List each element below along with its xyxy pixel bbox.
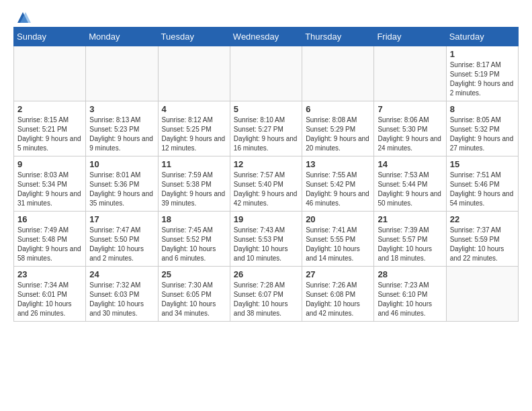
day-info: Sunrise: 8:12 AM Sunset: 5:25 PM Dayligh…: [162, 116, 226, 153]
weekday-header-sunday: Sunday: [14, 28, 86, 46]
day-info: Sunrise: 8:05 AM Sunset: 5:32 PM Dayligh…: [450, 116, 515, 153]
calendar-table: SundayMondayTuesdayWednesdayThursdayFrid…: [13, 27, 519, 322]
day-number: 25: [162, 269, 226, 279]
day-cell: [230, 46, 302, 101]
day-number: 8: [450, 104, 515, 114]
week-row-3: 16Sunrise: 7:49 AM Sunset: 5:48 PM Dayli…: [14, 212, 519, 267]
day-number: 10: [89, 159, 154, 169]
day-info: Sunrise: 7:41 AM Sunset: 5:55 PM Dayligh…: [306, 226, 370, 263]
week-row-1: 2Sunrise: 8:15 AM Sunset: 5:21 PM Daylig…: [14, 101, 519, 156]
day-info: Sunrise: 8:06 AM Sunset: 5:30 PM Dayligh…: [378, 116, 442, 153]
day-info: Sunrise: 7:30 AM Sunset: 6:05 PM Dayligh…: [162, 281, 226, 318]
day-cell: 4Sunrise: 8:12 AM Sunset: 5:25 PM Daylig…: [158, 101, 230, 156]
day-cell: [86, 46, 158, 101]
day-number: 12: [234, 159, 298, 169]
weekday-header-thursday: Thursday: [302, 28, 374, 46]
day-info: Sunrise: 7:47 AM Sunset: 5:50 PM Dayligh…: [89, 226, 154, 263]
day-number: 26: [234, 269, 298, 279]
day-number: 6: [306, 104, 370, 114]
day-info: Sunrise: 8:03 AM Sunset: 5:34 PM Dayligh…: [17, 171, 82, 208]
day-info: Sunrise: 8:08 AM Sunset: 5:29 PM Dayligh…: [306, 116, 370, 153]
day-number: 22: [450, 214, 515, 224]
day-number: 14: [378, 159, 442, 169]
day-cell: 15Sunrise: 7:51 AM Sunset: 5:46 PM Dayli…: [446, 156, 518, 212]
logo-icon: [15, 11, 31, 24]
day-info: Sunrise: 7:49 AM Sunset: 5:48 PM Dayligh…: [17, 226, 82, 263]
day-cell: 16Sunrise: 7:49 AM Sunset: 5:48 PM Dayli…: [14, 212, 86, 267]
day-cell: 27Sunrise: 7:26 AM Sunset: 6:08 PM Dayli…: [302, 267, 374, 322]
day-number: 15: [450, 159, 515, 169]
day-number: 21: [378, 214, 442, 224]
day-info: Sunrise: 7:43 AM Sunset: 5:53 PM Dayligh…: [234, 226, 298, 263]
day-cell: [158, 46, 230, 101]
weekday-header-row: SundayMondayTuesdayWednesdayThursdayFrid…: [14, 28, 519, 46]
day-number: 20: [306, 214, 370, 224]
day-number: 2: [17, 104, 82, 114]
day-cell: 13Sunrise: 7:55 AM Sunset: 5:42 PM Dayli…: [302, 156, 374, 212]
day-cell: [302, 46, 374, 101]
day-cell: 5Sunrise: 8:10 AM Sunset: 5:27 PM Daylig…: [230, 101, 302, 156]
day-number: 24: [89, 269, 154, 279]
day-info: Sunrise: 7:45 AM Sunset: 5:52 PM Dayligh…: [162, 226, 226, 263]
week-row-2: 9Sunrise: 8:03 AM Sunset: 5:34 PM Daylig…: [14, 156, 519, 212]
day-number: 18: [162, 214, 226, 224]
day-number: 13: [306, 159, 370, 169]
day-info: Sunrise: 7:59 AM Sunset: 5:38 PM Dayligh…: [162, 171, 226, 208]
day-cell: 18Sunrise: 7:45 AM Sunset: 5:52 PM Dayli…: [158, 212, 230, 267]
day-cell: 8Sunrise: 8:05 AM Sunset: 5:32 PM Daylig…: [446, 101, 518, 156]
day-cell: 23Sunrise: 7:34 AM Sunset: 6:01 PM Dayli…: [14, 267, 86, 322]
day-info: Sunrise: 8:01 AM Sunset: 5:36 PM Dayligh…: [89, 171, 154, 208]
page-container: SundayMondayTuesdayWednesdayThursdayFrid…: [0, 0, 532, 332]
day-number: 23: [17, 269, 82, 279]
day-info: Sunrise: 8:17 AM Sunset: 5:19 PM Dayligh…: [450, 60, 515, 98]
day-number: 16: [17, 214, 82, 224]
day-cell: 26Sunrise: 7:28 AM Sunset: 6:07 PM Dayli…: [230, 267, 302, 322]
day-cell: 21Sunrise: 7:39 AM Sunset: 5:57 PM Dayli…: [374, 212, 446, 267]
day-cell: 20Sunrise: 7:41 AM Sunset: 5:55 PM Dayli…: [302, 212, 374, 267]
day-cell: 3Sunrise: 8:13 AM Sunset: 5:23 PM Daylig…: [86, 101, 158, 156]
day-number: 3: [89, 104, 154, 114]
day-info: Sunrise: 7:39 AM Sunset: 5:57 PM Dayligh…: [378, 226, 442, 263]
day-number: 28: [378, 269, 442, 279]
day-cell: 2Sunrise: 8:15 AM Sunset: 5:21 PM Daylig…: [14, 101, 86, 156]
week-row-0: 1Sunrise: 8:17 AM Sunset: 5:19 PM Daylig…: [14, 46, 519, 101]
day-number: 7: [378, 104, 442, 114]
day-cell: 19Sunrise: 7:43 AM Sunset: 5:53 PM Dayli…: [230, 212, 302, 267]
day-cell: 10Sunrise: 8:01 AM Sunset: 5:36 PM Dayli…: [86, 156, 158, 212]
day-number: 17: [89, 214, 154, 224]
weekday-header-wednesday: Wednesday: [230, 28, 302, 46]
day-cell: [14, 46, 86, 101]
day-info: Sunrise: 7:26 AM Sunset: 6:08 PM Dayligh…: [306, 281, 370, 318]
day-info: Sunrise: 8:15 AM Sunset: 5:21 PM Dayligh…: [17, 116, 82, 153]
day-cell: 28Sunrise: 7:23 AM Sunset: 6:10 PM Dayli…: [374, 267, 446, 322]
day-info: Sunrise: 7:51 AM Sunset: 5:46 PM Dayligh…: [450, 171, 515, 208]
day-info: Sunrise: 7:28 AM Sunset: 6:07 PM Dayligh…: [234, 281, 298, 318]
logo: [13, 11, 31, 21]
day-number: 5: [234, 104, 298, 114]
weekday-header-saturday: Saturday: [446, 28, 518, 46]
day-number: 4: [162, 104, 226, 114]
day-number: 11: [162, 159, 226, 169]
day-info: Sunrise: 7:37 AM Sunset: 5:59 PM Dayligh…: [450, 226, 515, 263]
day-number: 27: [306, 269, 370, 279]
week-row-4: 23Sunrise: 7:34 AM Sunset: 6:01 PM Dayli…: [14, 267, 519, 322]
day-number: 19: [234, 214, 298, 224]
weekday-header-tuesday: Tuesday: [158, 28, 230, 46]
day-info: Sunrise: 7:32 AM Sunset: 6:03 PM Dayligh…: [89, 281, 154, 318]
day-number: 9: [17, 159, 82, 169]
day-cell: 25Sunrise: 7:30 AM Sunset: 6:05 PM Dayli…: [158, 267, 230, 322]
day-cell: 24Sunrise: 7:32 AM Sunset: 6:03 PM Dayli…: [86, 267, 158, 322]
day-info: Sunrise: 7:23 AM Sunset: 6:10 PM Dayligh…: [378, 281, 442, 318]
header: [13, 11, 519, 21]
weekday-header-monday: Monday: [86, 28, 158, 46]
day-cell: 11Sunrise: 7:59 AM Sunset: 5:38 PM Dayli…: [158, 156, 230, 212]
weekday-header-friday: Friday: [374, 28, 446, 46]
day-cell: 1Sunrise: 8:17 AM Sunset: 5:19 PM Daylig…: [446, 46, 518, 101]
day-cell: 12Sunrise: 7:57 AM Sunset: 5:40 PM Dayli…: [230, 156, 302, 212]
day-info: Sunrise: 7:57 AM Sunset: 5:40 PM Dayligh…: [234, 171, 298, 208]
day-number: 1: [450, 49, 515, 59]
day-info: Sunrise: 8:13 AM Sunset: 5:23 PM Dayligh…: [89, 116, 154, 153]
day-cell: 7Sunrise: 8:06 AM Sunset: 5:30 PM Daylig…: [374, 101, 446, 156]
day-cell: [446, 267, 518, 322]
day-cell: 14Sunrise: 7:53 AM Sunset: 5:44 PM Dayli…: [374, 156, 446, 212]
